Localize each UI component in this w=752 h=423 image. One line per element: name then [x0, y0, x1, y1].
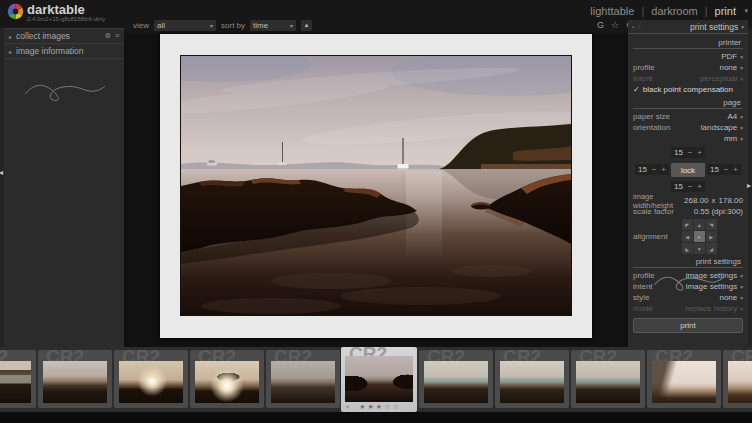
scale-factor-row: scale factor 0.55 (dpi:300)	[633, 206, 743, 217]
thumbnail-image	[195, 361, 259, 403]
panel-pin-icon[interactable]: ▪	[632, 24, 634, 30]
view-select[interactable]: all ▾	[154, 20, 216, 31]
mode-print[interactable]: print	[715, 5, 736, 17]
printer-row: PDF ▾	[633, 51, 743, 62]
orientation-label: orientation	[633, 123, 670, 132]
printer-profile-select[interactable]: none ▾	[719, 63, 743, 72]
sort-by-label: sort by	[221, 21, 245, 30]
chevron-down-icon: ▾	[740, 65, 743, 71]
mode-darkroom[interactable]: darkroom	[651, 5, 697, 17]
style-select[interactable]: none ▾	[719, 293, 743, 302]
thumbnail-image	[500, 361, 564, 403]
chevron-down-icon: ▾	[740, 125, 743, 131]
star-icon[interactable]: ☆	[384, 403, 390, 411]
chevron-down-icon: ▾	[740, 114, 743, 120]
filmstrip-thumbnail[interactable]: CR2	[190, 350, 264, 408]
units-row: mm ▾	[633, 133, 743, 144]
expander-icon: ▸	[9, 33, 12, 40]
sort-ascending-button[interactable]: ▲	[301, 20, 312, 31]
orientation-select[interactable]: landscape ▾	[701, 123, 743, 132]
plus-icon[interactable]: +	[733, 165, 738, 174]
minus-icon[interactable]: −	[724, 165, 729, 174]
units-select[interactable]: mm ▾	[724, 134, 743, 143]
panel-end-flourish	[4, 77, 124, 105]
star-overlay-icon[interactable]: ☆	[611, 20, 619, 30]
style-mode-select: replace history ▾	[685, 304, 743, 313]
margin-top-spinner[interactable]: 15 − +	[671, 147, 705, 158]
seascape-photo	[181, 56, 571, 315]
view-mode-switcher: lighttable | darkroom | print	[590, 5, 736, 17]
align-bottom-button[interactable]: ▼	[694, 243, 705, 254]
star-rating: ★ ★ ★ ☆ ☆	[341, 403, 417, 411]
align-center-button[interactable]: ▪	[694, 231, 705, 242]
image-information-module-header[interactable]: ▸ image information	[4, 44, 124, 59]
thumbnail-image	[43, 361, 107, 403]
paper-sheet	[160, 34, 592, 338]
plus-icon[interactable]: +	[661, 165, 666, 174]
filmstrip-thumbnail[interactable]: CR2	[419, 350, 493, 408]
presets-icon[interactable]: ≡	[115, 32, 119, 40]
margin-left-spinner[interactable]: 15 − +	[635, 164, 669, 175]
star-icon[interactable]: ★	[368, 403, 374, 411]
plus-icon[interactable]: +	[697, 182, 702, 191]
filmstrip-thumbnail[interactable]: CR2	[0, 350, 36, 408]
collect-images-label: collect images	[16, 31, 70, 41]
style-mode-row: mode replace history ▾	[633, 303, 743, 314]
align-top-button[interactable]: ▲	[694, 219, 705, 230]
intent-label: intent	[633, 74, 653, 83]
chevron-down-icon[interactable]: ▾	[744, 7, 748, 15]
margins-lock-button[interactable]: lock	[671, 163, 705, 177]
filmstrip-thumbnail-selected[interactable]: CR2 ✕ ★ ★ ★ ☆ ☆	[341, 347, 417, 412]
sort-select[interactable]: time ▾	[250, 20, 296, 31]
profile-label: profile	[633, 63, 655, 72]
chevron-right-icon: ▸	[747, 181, 751, 190]
star-icon[interactable]: ★	[376, 403, 382, 411]
star-icon[interactable]: ★	[359, 403, 365, 411]
thumbnail-image	[728, 361, 752, 403]
margin-right-spinner[interactable]: 15 − +	[707, 164, 741, 175]
filmstrip-thumbnail[interactable]: CR2	[723, 350, 752, 408]
align-bottom-left-button[interactable]: ◣	[682, 243, 693, 254]
thumbnail-image	[345, 356, 413, 402]
paper-size-select[interactable]: A4 ▾	[727, 112, 743, 121]
align-top-right-button[interactable]: ◥	[706, 219, 717, 230]
align-right-button[interactable]: ▶	[706, 231, 717, 242]
bottom-bar	[0, 412, 752, 423]
printer-select[interactable]: PDF ▾	[721, 52, 743, 61]
minus-icon[interactable]: −	[652, 165, 657, 174]
filmstrip-thumbnail[interactable]: CR2	[266, 350, 340, 408]
minus-icon[interactable]: −	[688, 182, 693, 191]
expander-icon: ▸	[9, 48, 12, 55]
align-left-button[interactable]: ◀	[682, 231, 693, 242]
panel-reset-icon[interactable]: ○	[637, 24, 641, 30]
printer-profile-row: profile none ▾	[633, 62, 743, 73]
minus-icon[interactable]: −	[688, 148, 693, 157]
filmstrip-thumbnail[interactable]: CR2	[38, 350, 112, 408]
collect-images-module-header[interactable]: ▸ collect images ⚙ ≡	[4, 28, 124, 44]
image-size-row: image width/height 268.00 x 178.00	[633, 195, 743, 206]
star-icon[interactable]: ☆	[392, 403, 398, 411]
print-button[interactable]: print	[633, 318, 743, 333]
filmstrip-thumbnail[interactable]: CR2	[114, 350, 188, 408]
style-label: style	[633, 293, 649, 302]
gear-icon[interactable]: ⚙	[105, 32, 111, 40]
print-settings-panel-header[interactable]: ▪ ○ print settings ▾	[628, 20, 748, 34]
filmstrip-thumbnail[interactable]: CR2	[495, 350, 569, 408]
mode-lighttable[interactable]: lighttable	[590, 5, 634, 17]
chevron-down-icon: ▾	[740, 306, 743, 312]
filmstrip-thumbnail[interactable]: CR2	[647, 350, 721, 408]
right-panel-collapse-handle[interactable]: ▸	[748, 28, 752, 347]
grouping-icon[interactable]: G	[597, 20, 604, 30]
chevron-left-icon: ◂	[0, 168, 3, 177]
black-point-compensation-checkbox[interactable]: ✓ black point compensation	[633, 84, 743, 95]
align-top-left-button[interactable]: ◤	[682, 219, 693, 230]
alignment-grid: ◤ ▲ ◥ ◀ ▪ ▶ ◣ ▼ ◢	[682, 219, 717, 254]
thumbnail-image	[652, 361, 716, 403]
print-settings-section-title: print settings	[633, 257, 743, 268]
print-preview-area	[124, 33, 628, 347]
align-bottom-right-button[interactable]: ◢	[706, 243, 717, 254]
margin-bottom-spinner[interactable]: 15 − +	[671, 181, 705, 192]
plus-icon[interactable]: +	[697, 148, 702, 157]
filmstrip-thumbnail[interactable]: CR2	[571, 350, 645, 408]
panel-title: print settings	[690, 22, 738, 32]
